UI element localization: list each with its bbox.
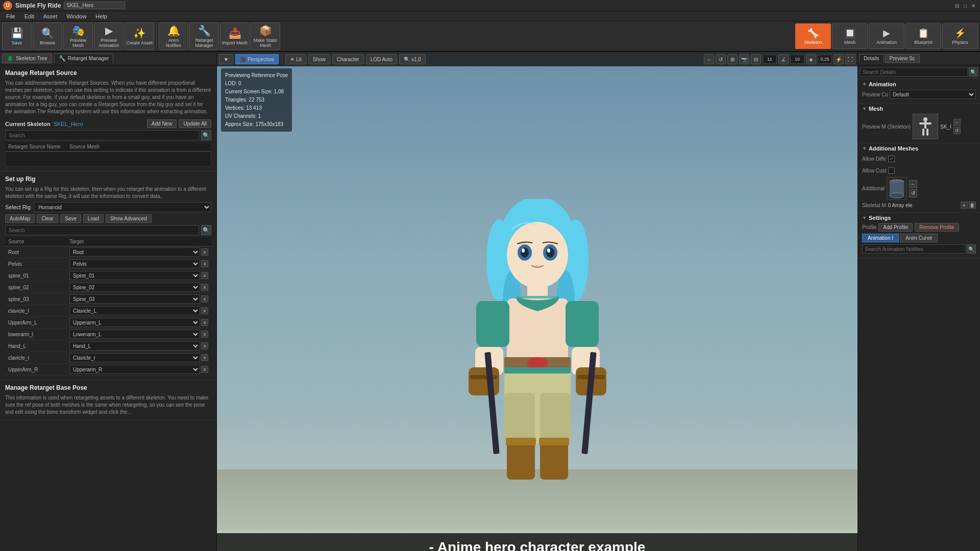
preview-mesh-browse-btn[interactable]: ← (953, 119, 961, 126)
retarget-manager-button[interactable]: 🔧 Retarget Manager (189, 22, 219, 50)
preview-co-dropdown[interactable]: Default (890, 90, 976, 99)
maximize-btn[interactable]: □ (962, 2, 969, 9)
rig-search[interactable] (5, 225, 199, 235)
rig-target-upperarm-l[interactable]: Upperarm_L (69, 318, 200, 327)
viewport-dropdown-btn[interactable]: ▼ (219, 54, 233, 64)
preview-mesh-reset-btn[interactable]: ↺ (953, 127, 961, 134)
vp-camera-speed-btn[interactable]: ⚡ (834, 54, 844, 64)
vp-angle-input[interactable] (790, 55, 804, 64)
rig-remove-upperarm-l[interactable]: x (201, 319, 208, 326)
details-tab[interactable]: Details (859, 54, 884, 63)
menu-file[interactable]: File (2, 13, 19, 20)
skeleton-mode-button[interactable]: 🦴 Skeleton (795, 23, 831, 49)
skeleton-tree-tab[interactable]: 🌲 Skeleton Tree (2, 54, 52, 63)
rig-remove-spine02[interactable]: x (201, 284, 208, 291)
create-asset-button[interactable]: ✨ Create Asset (125, 22, 154, 50)
show-btn[interactable]: Show (308, 54, 330, 64)
rig-remove-upperarm-r[interactable]: x (201, 366, 208, 373)
rig-save-button[interactable]: Save (60, 214, 81, 223)
vp-camera-btn[interactable]: 📷 (739, 54, 749, 64)
anim-curve-tab[interactable]: Anim Curve (900, 234, 938, 242)
vp-translate-btn[interactable]: ↔ (704, 54, 714, 64)
rig-target-root[interactable]: Root (69, 247, 200, 257)
rig-search-button[interactable]: 🔍 (201, 225, 211, 235)
rig-remove-spine03[interactable]: x (201, 295, 208, 303)
vp-snap-btn[interactable]: ◈ (806, 54, 816, 64)
rig-target-clavicle-r[interactable]: Clavicle_r (69, 353, 200, 362)
menu-asset[interactable]: Asset (39, 13, 62, 20)
clear-button[interactable]: Clear (37, 214, 58, 223)
rig-remove-hand-l[interactable]: x (201, 342, 208, 349)
rig-remove-clavicle-r[interactable]: x (201, 354, 208, 361)
character-btn[interactable]: Character (332, 54, 364, 64)
lit-btn[interactable]: ☀ Lit (285, 54, 306, 64)
retarget-source-search[interactable] (5, 130, 199, 140)
import-mesh-button[interactable]: 📥 Import Mesh (220, 22, 250, 50)
blueprint-mode-button[interactable]: 📋 Blueprint (905, 23, 941, 49)
physics-mode-button[interactable]: ⚡ Physics (942, 23, 978, 49)
settings-section-header[interactable]: ▼ Settings (862, 215, 976, 221)
animation-i-tab[interactable]: Animation I (862, 234, 899, 242)
mesh-section-header[interactable]: ▼ Mesh (862, 106, 976, 112)
allow-cust-checkbox[interactable] (888, 167, 895, 174)
mesh-mode-button[interactable]: 🔲 Mesh (832, 23, 868, 49)
minimize-btn[interactable]: ⊟ (953, 2, 961, 9)
anim-notif-search-button[interactable]: 🔍 (967, 244, 976, 254)
vp-snap-input[interactable] (818, 55, 832, 64)
vp-grid-btn[interactable]: ⊟ (751, 54, 761, 64)
add-profile-button[interactable]: Add Profile (878, 223, 913, 232)
rig-load-button[interactable]: Load (83, 214, 104, 223)
rig-target-spine01[interactable]: Spine_01 (69, 271, 200, 280)
vp-angle-btn[interactable]: ∠ (778, 54, 789, 64)
rig-target-hand-l[interactable]: Hand_L (69, 341, 200, 350)
rig-target-spine03[interactable]: Spine_03 (69, 294, 200, 304)
save-button[interactable]: 💾 Save (2, 22, 32, 50)
update-all-button[interactable]: Update All (179, 119, 211, 128)
details-search-button[interactable]: 🔍 (969, 67, 978, 77)
menu-edit[interactable]: Edit (20, 13, 38, 20)
vp-scale-btn[interactable]: ⊞ (727, 54, 738, 64)
additional-meshes-header[interactable]: ▼ Additional Meshes (862, 145, 976, 152)
vp-rotate-btn[interactable]: ↺ (716, 54, 726, 64)
lod-btn[interactable]: LOD Auto (366, 54, 397, 64)
retarget-source-search-button[interactable]: 🔍 (201, 130, 211, 140)
animation-mode-button[interactable]: ▶ Animation (869, 23, 904, 49)
remove-profile-button[interactable]: Remove Profile (915, 223, 959, 232)
rig-target-clavicle-l[interactable]: Clavicle_L (69, 306, 200, 315)
close-btn[interactable]: ✕ (970, 2, 977, 9)
rig-dropdown[interactable]: Humanoid (34, 202, 211, 212)
additional-mesh-reset-btn[interactable]: ↺ (909, 189, 917, 197)
skeletal-remove-btn[interactable]: 🗑 (969, 202, 976, 209)
rig-target-pelvis[interactable]: Pelvis (69, 259, 200, 268)
vp-fullscreen-btn[interactable]: ⛶ (845, 54, 855, 64)
rig-remove-lowerarm-l[interactable]: x (201, 331, 208, 338)
browse-button[interactable]: 🔍 Browse (33, 22, 62, 50)
rig-target-upperarm-r[interactable]: Upperarm_R (69, 365, 200, 374)
make-static-mesh-button[interactable]: 📦 Make Static Mesh (251, 22, 280, 50)
rig-remove-clavicle-l[interactable]: x (201, 307, 208, 314)
preview-mesh-button[interactable]: 🎭 Preview Mesh (63, 22, 93, 50)
viewport[interactable]: ▼ 🎥 Perspective ☀ Lit Show Character LOD… (217, 52, 857, 551)
rig-remove-pelvis[interactable]: x (201, 260, 208, 267)
preview-animation-button[interactable]: ▶ Preview Animation (94, 22, 124, 50)
additional-mesh-pick-btn[interactable]: ← (909, 180, 917, 188)
anim-notifies-button[interactable]: 🔔 Anim Notifies (159, 22, 188, 50)
preview-sc-tab[interactable]: Preview Sc (885, 54, 920, 63)
automap-button[interactable]: AutoMap (5, 214, 35, 223)
retarget-manager-tab[interactable]: 🔧 Retarget Manager (54, 54, 114, 63)
rig-target-lowerarm-l[interactable]: Lowerarm_L (69, 330, 200, 339)
perspective-btn[interactable]: 🎥 Perspective (235, 54, 279, 64)
vp-grid-size-input[interactable] (763, 55, 777, 64)
menu-help[interactable]: Help (91, 13, 111, 20)
zoom-btn[interactable]: 🔍 x1,0 (399, 54, 426, 64)
allow-diff-checkbox[interactable] (888, 156, 895, 162)
details-search-input[interactable] (860, 67, 968, 77)
show-advanced-button[interactable]: Show Advanced (106, 214, 152, 223)
animation-section-header[interactable]: ▼ Animation (862, 81, 976, 87)
menu-window[interactable]: Window (62, 13, 90, 20)
add-new-button[interactable]: Add New (147, 119, 177, 128)
rig-target-spine02[interactable]: Spine_02 (69, 283, 200, 292)
tab-input[interactable] (64, 2, 125, 9)
skeletal-add-btn[interactable]: + (961, 202, 968, 209)
anim-notif-search-input[interactable] (862, 244, 966, 254)
